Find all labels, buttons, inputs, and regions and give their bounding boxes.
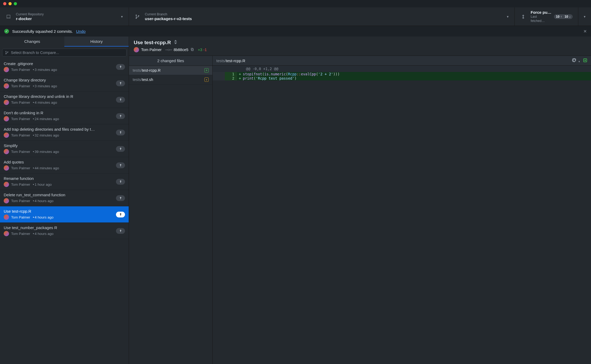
commit-item-time: 4 hours ago xyxy=(32,199,53,203)
commit-item-author: Tom Palmer xyxy=(11,68,30,72)
commit-item-author: Tom Palmer xyxy=(11,133,30,137)
commit-item-author: Tom Palmer xyxy=(11,215,30,219)
tab-history[interactable]: History xyxy=(64,37,129,47)
commit-item-time: 32 minutes ago xyxy=(32,133,59,137)
commit-item-title: Add trap deleting directories and files … xyxy=(4,127,113,131)
window-titlebar xyxy=(0,0,591,7)
branch-value: user-packages-r-v2-tests xyxy=(145,16,235,21)
avatar xyxy=(134,47,139,52)
repo-icon xyxy=(5,14,12,19)
notification-banner: ✓ Successfully squashed 2 commits. Undo … xyxy=(0,26,591,37)
commit-item-title: Don't do unlinking in R xyxy=(4,111,113,115)
svg-point-1 xyxy=(136,15,137,16)
additions-count: +3 xyxy=(198,48,202,52)
sidebar: Changes History Select Branch to Compare… xyxy=(0,37,129,364)
commit-author: Tom Palmer xyxy=(141,48,162,52)
copy-sha-button[interactable] xyxy=(190,48,194,52)
push-commit-button[interactable] xyxy=(116,228,125,234)
commit-item-time: 4 hours ago xyxy=(32,215,53,219)
gear-icon[interactable]: ▼ xyxy=(572,58,580,63)
svg-rect-8 xyxy=(191,48,193,50)
file-path: tests/test-rcpp.R xyxy=(133,68,204,72)
file-list-header: 2 changed files xyxy=(129,56,212,66)
repo-picker[interactable]: Current Repository r-docker ▼ xyxy=(0,7,129,26)
commit-item-title: Simplify xyxy=(4,143,113,148)
compare-branch-selector[interactable]: Select Branch to Compare... xyxy=(2,49,127,57)
commit-item-author: Tom Palmer xyxy=(11,166,30,170)
commit-item[interactable]: Delete run_test_command function Tom Pal… xyxy=(0,190,129,206)
diff-line[interactable]: 1+stopifnot(is.numeric(Rcpp::evalCpp('2 … xyxy=(213,72,591,76)
commit-item-author: Tom Palmer xyxy=(11,84,30,88)
expand-commit-icon[interactable] xyxy=(173,40,178,46)
tab-changes[interactable]: Changes xyxy=(0,37,64,47)
push-commit-button[interactable] xyxy=(116,179,125,185)
branch-icon xyxy=(5,51,9,54)
commit-item-title: Add quotes xyxy=(4,160,113,164)
branch-picker[interactable]: Current Branch user-packages-r-v2-tests … xyxy=(129,7,515,26)
push-commit-button[interactable] xyxy=(116,97,125,103)
commit-item-author: Tom Palmer xyxy=(11,183,30,186)
push-commit-button[interactable] xyxy=(116,113,125,119)
svg-point-5 xyxy=(6,53,6,54)
commit-item-title: Create .gitignore xyxy=(4,61,113,66)
push-commit-button[interactable] xyxy=(116,130,125,135)
push-commit-button[interactable] xyxy=(116,64,125,70)
commit-item-author: Tom Palmer xyxy=(11,101,30,104)
svg-point-2 xyxy=(136,17,137,19)
avatar xyxy=(4,215,9,220)
commit-item[interactable]: Add quotes Tom Palmer 44 minutes ago xyxy=(0,157,129,174)
file-item[interactable]: tests/test.sh● xyxy=(129,75,212,84)
expand-file-icon[interactable] xyxy=(583,58,587,63)
commit-item[interactable]: Don't do unlinking in R Tom Palmer 24 mi… xyxy=(0,108,129,124)
chevron-down-icon: ▼ xyxy=(506,15,509,18)
deletions-count: -1 xyxy=(203,48,207,52)
commit-item[interactable]: Change library directory and unlink in R… xyxy=(0,92,129,108)
avatar xyxy=(4,149,9,154)
commit-item-time: 3 minutes ago xyxy=(32,68,57,72)
commit-item[interactable]: Rename function Tom Palmer 1 hour ago xyxy=(0,174,129,190)
push-commit-button[interactable] xyxy=(116,146,125,152)
push-button[interactable]: Force pus… Last fetched… 10 ↑ 10 ↓ xyxy=(515,7,578,26)
push-commit-button[interactable] xyxy=(116,195,125,201)
avatar xyxy=(4,100,9,105)
push-commit-button[interactable] xyxy=(116,162,125,168)
push-subtitle: Last fetched… xyxy=(531,15,552,23)
commit-list: Create .gitignore Tom Palmer 3 minutes a… xyxy=(0,59,129,364)
avatar xyxy=(4,83,9,89)
diff-body[interactable]: @@ -0,0 +1,2 @@ 1+stopifnot(is.numeric(R… xyxy=(213,66,591,364)
banner-text: Successfully squashed 2 commits. xyxy=(12,29,73,34)
push-title: Force pus… xyxy=(531,10,552,15)
commit-item[interactable]: Add trap deleting directories and files … xyxy=(0,124,129,141)
hunk-header: @@ -0,0 +1,2 @@ xyxy=(213,66,591,72)
commit-item-time: 4 hours ago xyxy=(32,232,53,236)
commit-item-title: Delete run_test_command function xyxy=(4,193,113,197)
file-item[interactable]: tests/test-rcpp.R+ xyxy=(129,66,212,75)
commit-item-time: 24 minutes ago xyxy=(32,117,59,121)
window-zoom-button[interactable] xyxy=(14,2,17,5)
commit-item-author: Tom Palmer xyxy=(11,117,30,121)
push-dropdown[interactable]: ▼ xyxy=(578,7,591,26)
commit-item[interactable]: Create .gitignore Tom Palmer 3 minutes a… xyxy=(0,59,129,75)
commit-item-time: 4 minutes ago xyxy=(32,101,57,104)
close-icon[interactable]: ✕ xyxy=(583,29,587,34)
commit-icon: ─○─ xyxy=(165,48,171,52)
window-close-button[interactable] xyxy=(3,2,6,5)
undo-link[interactable]: Undo xyxy=(76,29,86,34)
commit-item[interactable]: Use test-rcpp.R Tom Palmer 4 hours ago xyxy=(0,206,129,223)
avatar xyxy=(4,116,9,121)
commit-item-time: 44 minutes ago xyxy=(32,166,59,170)
push-commit-button[interactable] xyxy=(116,212,125,217)
commit-item-title: Change library directory xyxy=(4,78,113,82)
commit-item-time: 3 minutes ago xyxy=(32,84,57,88)
avatar xyxy=(4,231,9,236)
svg-point-4 xyxy=(6,51,6,52)
window-minimize-button[interactable] xyxy=(8,2,12,5)
diff-line[interactable]: 2+print('Rcpp test passed') xyxy=(213,76,591,80)
commit-item-time: 1 hour ago xyxy=(32,183,52,186)
commit-item[interactable]: Use test_number_packages R Tom Palmer 4 … xyxy=(0,223,129,239)
commit-item[interactable]: Change library directory Tom Palmer 3 mi… xyxy=(0,75,129,92)
commit-item[interactable]: Simplify Tom Palmer 39 minutes ago xyxy=(0,141,129,157)
svg-point-6 xyxy=(7,52,8,52)
chevron-down-icon: ▼ xyxy=(583,15,586,18)
push-commit-button[interactable] xyxy=(116,80,125,86)
